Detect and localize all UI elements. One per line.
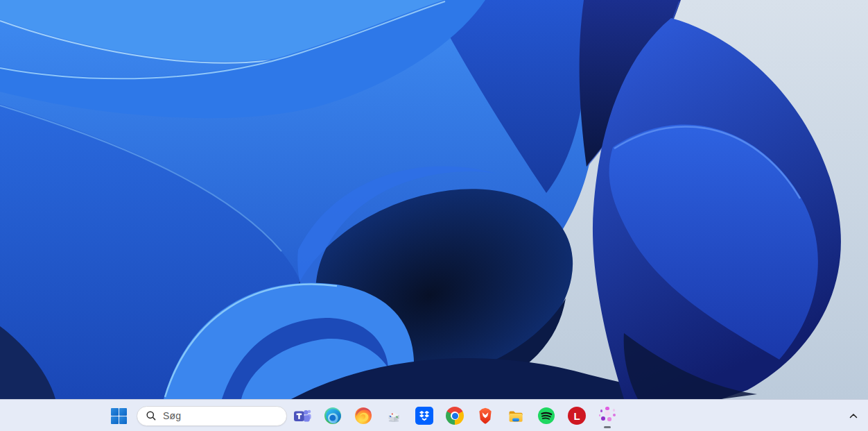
file-explorer-folder-icon xyxy=(507,407,525,425)
taskbar-search-box[interactable]: Søg xyxy=(137,406,287,426)
start-button[interactable] xyxy=(105,402,132,430)
letter-l-app-icon: L xyxy=(568,407,586,425)
brave-icon xyxy=(476,407,494,425)
wallpaper-bloom xyxy=(0,0,868,399)
taskbar-app-dots[interactable] xyxy=(593,402,621,430)
chrome-icon xyxy=(446,407,464,425)
chevron-up-icon xyxy=(848,412,859,420)
taskbar-app-chrome[interactable] xyxy=(441,402,469,430)
windows-start-icon xyxy=(111,408,127,424)
taskbar-app-firefox[interactable] xyxy=(349,402,377,430)
microsoft-edge-icon xyxy=(324,407,342,425)
l-app-letter: L xyxy=(573,410,580,422)
spotify-icon xyxy=(537,407,555,425)
microsoft-teams-icon xyxy=(293,407,311,425)
taskbar-center-group: Søg xyxy=(105,402,621,430)
search-icon xyxy=(146,410,157,421)
running-app-indicator xyxy=(604,426,611,428)
search-placeholder: Søg xyxy=(163,410,181,421)
firefox-icon xyxy=(354,407,372,425)
3d-object-app-icon xyxy=(385,407,403,425)
purple-dots-app-icon xyxy=(598,407,616,425)
taskbar-app-teams[interactable] xyxy=(288,402,316,430)
taskbar-app-spotify[interactable] xyxy=(532,402,560,430)
taskbar-app-file-explorer[interactable] xyxy=(502,402,530,430)
taskbar-app-l[interactable]: L xyxy=(563,402,591,430)
taskbar-app-dropbox[interactable] xyxy=(410,402,438,430)
taskbar-app-brave[interactable] xyxy=(471,402,499,430)
taskbar-app-edge[interactable] xyxy=(319,402,347,430)
dropbox-icon xyxy=(415,407,433,425)
desktop[interactable] xyxy=(0,0,868,399)
show-hidden-icons-button[interactable] xyxy=(840,402,867,430)
taskbar: Søg xyxy=(0,399,868,431)
taskbar-app-3d[interactable] xyxy=(380,402,408,430)
